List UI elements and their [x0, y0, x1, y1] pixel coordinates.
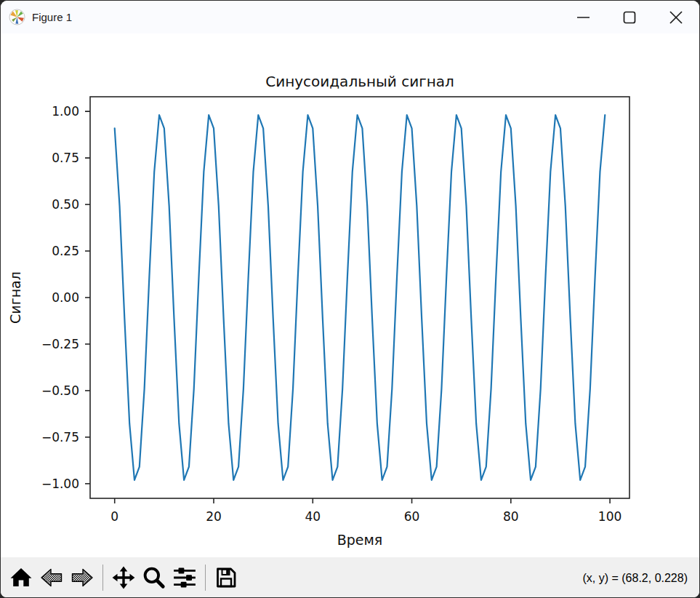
navigation-toolbar: (x, y) = (68.2, 0.228)	[1, 557, 699, 597]
toolbar-separator	[102, 565, 103, 591]
y-tick-label: −1.00	[41, 477, 79, 491]
y-tick-label: 0.75	[52, 151, 79, 165]
save-button[interactable]	[212, 562, 241, 593]
x-tick-label: 20	[206, 509, 222, 524]
zoom-rect-button[interactable]	[140, 562, 169, 593]
y-tick-label: 0.25	[52, 244, 79, 258]
home-icon	[9, 566, 33, 589]
home-button[interactable]	[7, 562, 36, 593]
pan-icon	[110, 565, 137, 590]
maximize-icon	[622, 10, 637, 25]
sine-plot[interactable]: Синусоидальный сигнал 020406080100 −1.00…	[1, 33, 700, 557]
maximize-button[interactable]	[606, 1, 653, 33]
y-tick-label: 0.00	[52, 290, 79, 305]
plot-area[interactable]: 020406080100 −1.00−0.75−0.50−0.250.000.2…	[41, 97, 629, 524]
figure-window: Figure 1 Синусоидальный сигнал 020406080…	[0, 0, 700, 598]
y-tick-label: −0.50	[41, 383, 79, 398]
minimize-button[interactable]	[560, 1, 606, 33]
y-axis-ticks: −1.00−0.75−0.50−0.250.000.250.500.751.00	[41, 104, 90, 491]
sliders-icon	[172, 565, 198, 590]
x-tick-label: 40	[305, 509, 321, 524]
x-tick-label: 60	[404, 509, 420, 524]
close-icon	[668, 9, 684, 25]
forward-icon	[70, 566, 94, 589]
y-tick-label: 1.00	[52, 104, 79, 119]
matplotlib-logo-icon	[9, 9, 25, 25]
figure-canvas[interactable]: Синусоидальный сигнал 020406080100 −1.00…	[1, 33, 699, 557]
window-title: Figure 1	[32, 11, 72, 23]
magnifier-icon	[141, 565, 167, 590]
toolbar-separator	[205, 565, 206, 591]
back-icon	[39, 566, 64, 589]
save-icon	[214, 566, 238, 589]
x-axis-ticks: 020406080100	[110, 498, 621, 524]
y-axis-label: Сигнал	[7, 271, 23, 324]
close-button[interactable]	[653, 1, 699, 33]
back-button[interactable]	[37, 562, 66, 593]
x-tick-label: 0	[110, 509, 118, 524]
titlebar[interactable]: Figure 1	[1, 1, 699, 33]
y-tick-label: −0.75	[41, 430, 79, 444]
plot-title: Синусоидальный сигнал	[265, 73, 454, 90]
axes-frame	[90, 97, 629, 498]
x-tick-label: 80	[503, 509, 519, 524]
x-tick-label: 100	[598, 509, 621, 524]
forward-button[interactable]	[68, 562, 97, 593]
pan-button[interactable]	[109, 562, 138, 593]
y-tick-label: −0.25	[41, 337, 79, 351]
x-axis-label: Время	[337, 532, 383, 548]
y-tick-label: 0.50	[52, 197, 79, 212]
minimize-icon	[576, 10, 590, 25]
subplots-config-button[interactable]	[170, 562, 199, 593]
cursor-coordinates: (x, y) = (68.2, 0.228)	[582, 557, 688, 598]
